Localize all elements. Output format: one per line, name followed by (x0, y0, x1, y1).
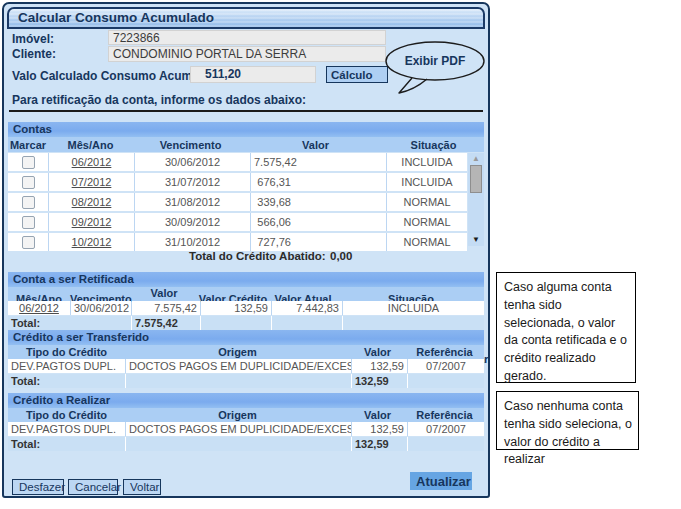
calculo-button[interactable]: Cálculo (326, 66, 388, 83)
mes-ano-link[interactable]: 06/2012 (19, 302, 59, 314)
retificada-column-headers: Mês/Ano Vencimento Valor Original Valor … (8, 287, 484, 301)
realizar-column-headers: Tipo do Crédito Origem Valor Referência (8, 408, 484, 422)
scroll-down-icon[interactable]: ▼ (472, 234, 480, 246)
mes-ano-link[interactable]: 06/2012 (72, 156, 112, 168)
total-credito-abatido-value: 0,00 (330, 250, 352, 262)
col-referencia: Referência (405, 409, 484, 421)
situacao-cell: INCLUIDA (343, 301, 484, 315)
imovel-field[interactable]: 7223866 (108, 30, 386, 45)
situacao-cell: INCLUIDA (387, 173, 467, 191)
col-marcar: Marcar (8, 139, 48, 151)
col-tipo-credito: Tipo do Crédito (8, 346, 125, 358)
table-row: DEV.PAGTOS DUPL. DOCTOS PAGOS EM DUPLICI… (8, 422, 484, 437)
mes-ano-link[interactable]: 10/2012 (72, 236, 112, 248)
col-valor: Valor (248, 139, 383, 151)
valor-cell: 132,59 (352, 359, 407, 373)
mes-ano-link[interactable]: 09/2012 (72, 216, 112, 228)
instrucao-text: Para retificação da conta, informe os da… (12, 93, 306, 107)
imovel-label: Imóvel: (12, 32, 54, 46)
atualizar-button[interactable]: Atualizar (410, 472, 472, 490)
mes-ano-link[interactable]: 08/2012 (72, 196, 112, 208)
marcar-checkbox[interactable] (22, 176, 35, 189)
table-row: 06/2012 30/06/2012 7.575,42 INCLUIDA (8, 153, 467, 173)
total-label: Total: (8, 374, 125, 388)
annotation-box-none-selected: Caso nenhuma conta tenha sido seleciona,… (496, 391, 639, 450)
table-row: 08/2012 31/08/2012 339,68 NORMAL (8, 193, 467, 213)
contas-section-header: Contas (8, 122, 484, 137)
situacao-cell: INCLUIDA (387, 153, 467, 171)
vencimento-cell: 30/09/2012 (135, 213, 250, 231)
realizar-section: Crédito a Realizar Tipo do Crédito Orige… (8, 393, 484, 451)
total-label: Total: (8, 316, 131, 330)
vencimento-cell: 30/06/2012 (71, 301, 131, 315)
valor-credito-cell: 132,59 (201, 301, 271, 315)
screenshot-root: Calcular Consumo Acumulado Imóvel: 72238… (0, 0, 681, 509)
tipo-credito-cell: DEV.PAGTOS DUPL. (8, 422, 125, 436)
cliente-label: Cliente: (12, 47, 56, 61)
referencia-cell: 07/2007 (408, 359, 484, 373)
retificada-section-header: Conta a ser Retificada (8, 272, 484, 287)
scrollbar-thumb[interactable] (470, 165, 482, 193)
origem-cell: DOCTOS PAGOS EM DUPLICIDADE/EXCESSO (126, 359, 351, 373)
table-row: DEV.PAGTOS DUPL. DOCTOS PAGOS EM DUPLICI… (8, 359, 484, 374)
col-vencimento: Vencimento (133, 139, 248, 151)
contas-table-body: 06/2012 30/06/2012 7.575,42 INCLUIDA 07/… (8, 153, 467, 253)
valor-calculado-field[interactable]: 511,20 (190, 66, 316, 83)
transferido-total-row: Total: 132,59 (8, 374, 484, 388)
total-valor-original: 7.575,42 (132, 316, 200, 330)
marcar-checkbox[interactable] (22, 156, 35, 169)
valor-cell: 132,59 (352, 422, 407, 436)
divider-line (9, 110, 483, 112)
marcar-checkbox[interactable] (22, 216, 35, 229)
transferido-section: Crédito a ser Transferido Tipo do Crédit… (8, 330, 484, 388)
col-mes-ano: Mês/Ano (48, 139, 133, 151)
dialog-title: Calcular Consumo Acumulado (9, 9, 483, 25)
vencimento-cell: 31/07/2012 (135, 173, 250, 191)
situacao-cell: NORMAL (387, 213, 467, 231)
calcular-consumo-dialog: Calcular Consumo Acumulado Imóvel: 72238… (2, 2, 490, 498)
referencia-cell: 07/2007 (408, 422, 484, 436)
tipo-credito-cell: DEV.PAGTOS DUPL. (8, 359, 125, 373)
annotation-box-selected: Caso alguma conta tenha sido selecionada… (496, 272, 636, 383)
valor-cell: 7.575,42 (251, 153, 386, 171)
desfazer-button[interactable]: Desfazer (12, 479, 64, 495)
cancelar-button[interactable]: Cancelar (68, 479, 118, 495)
marcar-checkbox[interactable] (22, 196, 35, 209)
contas-section: Contas Marcar Mês/Ano Vencimento Valor S… (8, 122, 484, 254)
col-origem: Origem (125, 409, 350, 421)
contas-footer: Total do Crédito Abatido: 0,00 (8, 248, 484, 265)
vencimento-cell: 30/06/2012 (135, 153, 250, 171)
callout-tail (399, 78, 427, 93)
col-valor: Valor (350, 346, 405, 358)
dialog-titlebar: Calcular Consumo Acumulado (7, 7, 485, 29)
col-tipo-credito: Tipo do Crédito (8, 409, 125, 421)
origem-cell: DOCTOS PAGOS EM DUPLICIDADE/EXCESSO (126, 422, 351, 436)
total-valor: 132,59 (352, 374, 407, 388)
voltar-button[interactable]: Voltar (123, 479, 161, 495)
situacao-cell: NORMAL (387, 193, 467, 211)
mes-ano-link[interactable]: 07/2012 (72, 176, 112, 188)
total-label: Total: (8, 437, 125, 451)
scroll-up-icon[interactable]: ▲ (472, 153, 480, 165)
col-situacao: Situação (383, 139, 484, 151)
valor-atual-cell: 7.442,83 (272, 301, 342, 315)
transferido-section-header: Crédito a ser Transferido (8, 330, 484, 345)
realizar-section-header: Crédito a Realizar (8, 393, 484, 408)
valor-original-cell: 7.575,42 (132, 301, 200, 315)
realizar-total-row: Total: 132,59 (8, 437, 484, 451)
callout-text: Exibir PDF (405, 54, 466, 68)
retificada-section: Conta a ser Retificada Mês/Ano Venciment… (8, 272, 484, 330)
table-row: 07/2012 31/07/2012 676,31 INCLUIDA (8, 173, 467, 193)
valor-cell: 566,06 (251, 213, 386, 231)
exibir-pdf-callout: Exibir PDF (382, 39, 492, 101)
contas-scrollbar[interactable]: ▲ ▼ (468, 153, 484, 246)
table-row: 06/2012 30/06/2012 7.575,42 132,59 7.442… (8, 301, 484, 316)
col-origem: Origem (125, 346, 350, 358)
col-referencia: Referência (405, 346, 484, 358)
col-valor: Valor (350, 409, 405, 421)
total-credito-abatido-label: Total do Crédito Abatido: (189, 250, 326, 262)
cliente-field[interactable]: CONDOMINIO PORTAL DA SERRA (108, 46, 386, 62)
table-row: 09/2012 30/09/2012 566,06 NORMAL (8, 213, 467, 233)
vencimento-cell: 31/08/2012 (135, 193, 250, 211)
contas-column-headers: Marcar Mês/Ano Vencimento Valor Situação (8, 137, 484, 152)
